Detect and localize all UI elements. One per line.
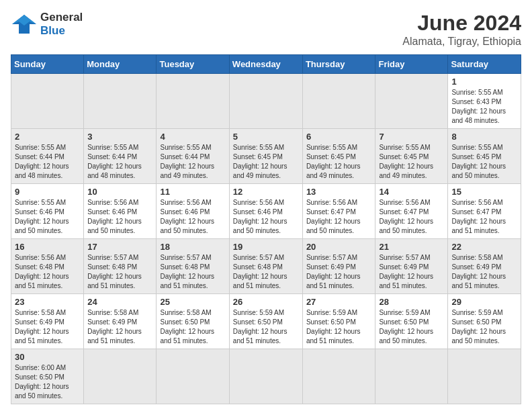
calendar-cell: 10Sunrise: 5:56 AMSunset: 6:46 PMDayligh… [84,184,157,239]
day-info: Sunrise: 5:58 AMSunset: 6:49 PMDaylight:… [87,308,152,346]
day-info: Sunrise: 5:56 AMSunset: 6:47 PMDaylight:… [306,198,372,236]
calendar-cell [302,74,375,129]
calendar-cell: 1Sunrise: 5:55 AMSunset: 6:43 PMDaylight… [448,74,521,129]
col-header-saturday: Saturday [448,55,521,74]
day-number: 21 [379,242,444,252]
day-number: 3 [87,132,152,142]
day-number: 14 [379,187,444,197]
day-info: Sunrise: 5:56 AMSunset: 6:47 PMDaylight:… [451,198,517,236]
location-subtitle: Alamata, Tigray, Ethiopia [402,36,521,48]
calendar-cell [157,74,229,129]
title-area: June 2024 Alamata, Tigray, Ethiopia [402,11,521,48]
calendar-cell [448,349,521,404]
col-header-sunday: Sunday [11,55,84,74]
day-info: Sunrise: 5:59 AMSunset: 6:50 PMDaylight:… [379,308,444,346]
calendar-cell [302,349,375,404]
day-info: Sunrise: 5:58 AMSunset: 6:49 PMDaylight:… [451,253,517,291]
col-header-wednesday: Wednesday [229,55,302,74]
day-info: Sunrise: 5:59 AMSunset: 6:50 PMDaylight:… [306,308,372,346]
day-info: Sunrise: 5:55 AMSunset: 6:45 PMDaylight:… [379,143,444,181]
calendar-cell: 9Sunrise: 5:55 AMSunset: 6:46 PMDaylight… [11,184,84,239]
logo: General Blue [11,11,83,38]
calendar-cell: 19Sunrise: 5:57 AMSunset: 6:48 PMDayligh… [229,239,302,294]
calendar-cell: 14Sunrise: 5:56 AMSunset: 6:47 PMDayligh… [375,184,448,239]
day-number: 17 [87,242,152,252]
calendar-cell: 30Sunrise: 6:00 AMSunset: 6:50 PMDayligh… [11,349,84,404]
calendar-cell: 8Sunrise: 5:55 AMSunset: 6:45 PMDaylight… [448,129,521,184]
logo-icon [11,12,38,36]
day-number: 19 [233,242,299,252]
calendar-cell: 16Sunrise: 5:56 AMSunset: 6:48 PMDayligh… [11,239,84,294]
calendar-cell [157,349,229,404]
day-number: 5 [233,132,299,142]
day-info: Sunrise: 5:56 AMSunset: 6:48 PMDaylight:… [15,253,80,291]
calendar-cell: 29Sunrise: 5:59 AMSunset: 6:50 PMDayligh… [448,294,521,349]
day-info: Sunrise: 5:57 AMSunset: 6:48 PMDaylight:… [87,253,152,291]
day-number: 11 [160,187,225,197]
day-number: 20 [306,242,372,252]
day-info: Sunrise: 5:55 AMSunset: 6:45 PMDaylight:… [306,143,372,181]
calendar-header-row: SundayMondayTuesdayWednesdayThursdayFrid… [11,55,521,74]
day-number: 10 [87,187,152,197]
day-number: 2 [15,132,80,142]
day-info: Sunrise: 5:59 AMSunset: 6:50 PMDaylight:… [233,308,299,346]
calendar-table: SundayMondayTuesdayWednesdayThursdayFrid… [11,54,521,404]
calendar-cell: 6Sunrise: 5:55 AMSunset: 6:45 PMDaylight… [302,129,375,184]
calendar-cell: 24Sunrise: 5:58 AMSunset: 6:49 PMDayligh… [84,294,157,349]
calendar-cell: 15Sunrise: 5:56 AMSunset: 6:47 PMDayligh… [448,184,521,239]
day-number: 30 [15,352,80,362]
day-info: Sunrise: 5:57 AMSunset: 6:48 PMDaylight:… [233,253,299,291]
month-title: June 2024 [402,11,521,36]
day-number: 4 [160,132,225,142]
calendar-cell [84,74,157,129]
day-number: 25 [160,297,225,307]
week-row-6: 30Sunrise: 6:00 AMSunset: 6:50 PMDayligh… [11,349,521,404]
page-header: General Blue June 2024 Alamata, Tigray, … [11,11,521,48]
calendar-cell: 22Sunrise: 5:58 AMSunset: 6:49 PMDayligh… [448,239,521,294]
col-header-tuesday: Tuesday [157,55,229,74]
calendar-cell: 21Sunrise: 5:57 AMSunset: 6:49 PMDayligh… [375,239,448,294]
calendar-cell: 25Sunrise: 5:58 AMSunset: 6:50 PMDayligh… [157,294,229,349]
day-info: Sunrise: 5:57 AMSunset: 6:49 PMDaylight:… [306,253,372,291]
day-number: 6 [306,132,372,142]
col-header-friday: Friday [375,55,448,74]
day-number: 29 [451,297,517,307]
calendar-cell: 20Sunrise: 5:57 AMSunset: 6:49 PMDayligh… [302,239,375,294]
col-header-monday: Monday [84,55,157,74]
day-number: 15 [451,187,517,197]
day-info: Sunrise: 5:55 AMSunset: 6:46 PMDaylight:… [15,198,80,236]
day-info: Sunrise: 5:56 AMSunset: 6:47 PMDaylight:… [379,198,444,236]
day-info: Sunrise: 5:55 AMSunset: 6:45 PMDaylight:… [451,143,517,181]
day-number: 27 [306,297,372,307]
day-info: Sunrise: 5:57 AMSunset: 6:49 PMDaylight:… [379,253,444,291]
day-info: Sunrise: 5:58 AMSunset: 6:50 PMDaylight:… [160,308,225,346]
day-info: Sunrise: 5:57 AMSunset: 6:48 PMDaylight:… [160,253,225,291]
week-row-2: 2Sunrise: 5:55 AMSunset: 6:44 PMDaylight… [11,129,521,184]
week-row-4: 16Sunrise: 5:56 AMSunset: 6:48 PMDayligh… [11,239,521,294]
day-info: Sunrise: 5:55 AMSunset: 6:44 PMDaylight:… [87,143,152,181]
calendar-cell: 12Sunrise: 5:56 AMSunset: 6:46 PMDayligh… [229,184,302,239]
calendar-cell: 2Sunrise: 5:55 AMSunset: 6:44 PMDaylight… [11,129,84,184]
calendar-cell: 26Sunrise: 5:59 AMSunset: 6:50 PMDayligh… [229,294,302,349]
day-info: Sunrise: 5:58 AMSunset: 6:49 PMDaylight:… [15,308,80,346]
day-number: 13 [306,187,372,197]
day-number: 7 [379,132,444,142]
calendar-cell: 18Sunrise: 5:57 AMSunset: 6:48 PMDayligh… [157,239,229,294]
day-info: Sunrise: 5:56 AMSunset: 6:46 PMDaylight:… [87,198,152,236]
week-row-3: 9Sunrise: 5:55 AMSunset: 6:46 PMDaylight… [11,184,521,239]
day-info: Sunrise: 5:56 AMSunset: 6:46 PMDaylight:… [233,198,299,236]
calendar-cell: 23Sunrise: 5:58 AMSunset: 6:49 PMDayligh… [11,294,84,349]
day-number: 22 [451,242,517,252]
day-number: 18 [160,242,225,252]
logo-text: General Blue [40,11,83,38]
day-number: 26 [233,297,299,307]
day-info: Sunrise: 6:00 AMSunset: 6:50 PMDaylight:… [15,363,80,401]
calendar-cell: 27Sunrise: 5:59 AMSunset: 6:50 PMDayligh… [302,294,375,349]
calendar-cell: 5Sunrise: 5:55 AMSunset: 6:45 PMDaylight… [229,129,302,184]
day-number: 16 [15,242,80,252]
day-number: 23 [15,297,80,307]
calendar-cell: 28Sunrise: 5:59 AMSunset: 6:50 PMDayligh… [375,294,448,349]
calendar-cell: 3Sunrise: 5:55 AMSunset: 6:44 PMDaylight… [84,129,157,184]
day-info: Sunrise: 5:56 AMSunset: 6:46 PMDaylight:… [160,198,225,236]
calendar-cell [375,349,448,404]
